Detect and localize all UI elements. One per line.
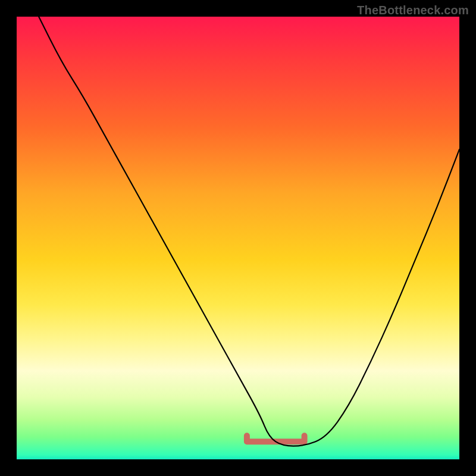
- plot-area: [17, 17, 459, 459]
- watermark-text: TheBottleneck.com: [357, 4, 469, 17]
- optimal-region-marker: [247, 436, 305, 441]
- curve-svg: [17, 17, 459, 459]
- chart-frame: TheBottleneck.com: [0, 0, 476, 476]
- bottleneck-curve: [39, 17, 459, 446]
